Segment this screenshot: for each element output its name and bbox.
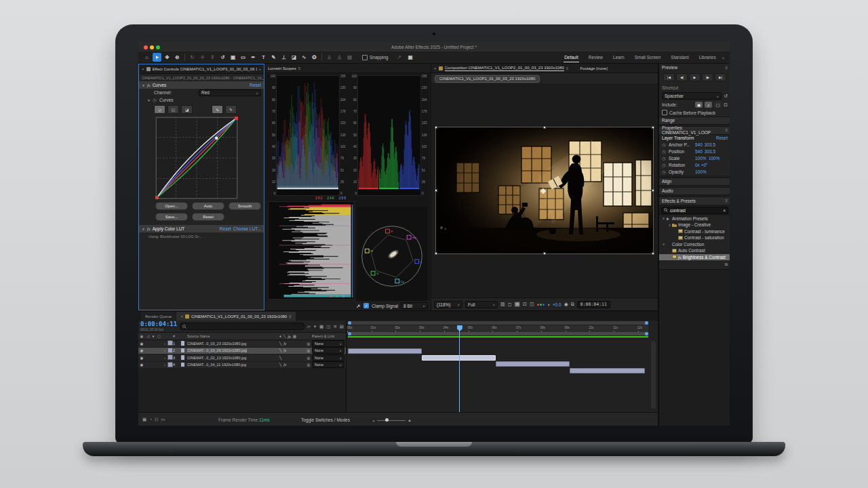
property-value[interactable]: 100% <box>695 169 707 174</box>
tree-item[interactable]: fx Color Correction <box>659 241 730 248</box>
histogram[interactable] <box>268 201 355 300</box>
timeline-zoom-slider[interactable]: ▲ ▲ <box>372 418 412 422</box>
property-value[interactable]: 540 <box>695 149 703 154</box>
lut-effect-row[interactable]: ▼ fx Apply Color LUT Reset Choose LUT... <box>139 225 264 232</box>
stopwatch-icon[interactable]: ◷ <box>662 149 667 155</box>
pickwhip-icon[interactable]: ◎ <box>305 356 312 360</box>
label-color-swatch[interactable] <box>167 348 173 353</box>
composition-tab[interactable]: Composition CINEMATIC1_V1_LOOP2_01_00_03… <box>445 66 564 71</box>
workspace-tab[interactable]: Learn <box>612 54 625 61</box>
render-queue-tab[interactable]: Render Queue <box>141 312 176 321</box>
tree-item[interactable]: fx Image - Creative <box>659 222 730 228</box>
tool-icon[interactable] <box>184 54 185 61</box>
home-icon[interactable]: ⌂ <box>142 53 151 62</box>
layer-name[interactable]: CINEMAT...0_04_11 1920x1080.jpg <box>187 363 279 367</box>
play-button[interactable]: ▶ <box>689 73 701 81</box>
lumetri-tabstrip[interactable]: Lumetri Scopes ≡ <box>265 64 431 73</box>
tree-item[interactable]: fx Contrast - saturation <box>659 235 730 241</box>
previous-frame-button[interactable]: ◀| <box>676 73 688 81</box>
rgb-overlay-waveform[interactable] <box>276 75 340 196</box>
render-progress-icon[interactable]: ◔ <box>149 417 152 422</box>
layer-handle[interactable] <box>435 126 437 129</box>
pen-tool-icon[interactable]: ✒ <box>249 53 258 62</box>
rotobrush-tool-icon[interactable]: ∿ <box>300 53 309 62</box>
include-video-icon[interactable]: ◉ <box>695 102 703 108</box>
time-navigator[interactable] <box>348 321 648 325</box>
timeline-scrollbar[interactable] <box>651 341 656 409</box>
navigator-start-handle[interactable] <box>348 321 351 325</box>
effects-presets-header[interactable]: Effects & Presets≡ <box>659 197 730 205</box>
curves-button[interactable]: Smooth <box>229 202 261 210</box>
curves-reset-link[interactable]: Reset <box>250 83 261 87</box>
layer-name[interactable]: CINEMAT...0_03_23 1920x1080.jpg <box>187 342 279 346</box>
expression-icon[interactable]: ⟨⟩ <box>155 417 158 422</box>
tool-icon[interactable] <box>321 54 322 61</box>
include-overlays-icon[interactable]: ▢ <box>714 102 722 108</box>
motion-blur-icon[interactable]: ≋ <box>333 324 336 329</box>
timeline-search-input[interactable] <box>180 323 304 330</box>
layer-name[interactable]: CINEMAT...0_02_13 1920x1080.jpg <box>187 356 279 360</box>
show-snapshot-icon[interactable]: ⧉ <box>571 302 574 307</box>
person-outline-tool-icon[interactable]: ♙ <box>335 53 344 62</box>
close-icon[interactable]: × <box>142 67 144 71</box>
property-value[interactable]: 0x +0° <box>695 163 708 167</box>
pan-camera-tool-icon[interactable]: ✛ <box>198 53 207 62</box>
collapse-caret-icon[interactable]: ▼ <box>142 83 145 87</box>
CINEMAT...0_02_13 1920x1080.jpg[interactable]: ◉ › 3 CINEMAT...0_02_13 1920x1080.jpg ╲f… <box>138 354 346 362</box>
tree-item[interactable]: fx Brightness & Contrast <box>659 254 730 261</box>
property-value[interactable]: 100% <box>695 156 707 161</box>
footage-tab[interactable]: Footage (none) <box>580 66 608 70</box>
exposure-icon[interactable]: ◑ <box>547 302 550 307</box>
tree-caret-icon[interactable] <box>661 242 666 246</box>
parent-dropdown[interactable]: None∨ <box>312 347 344 354</box>
panel-menu-icon[interactable]: ≡ <box>725 128 728 132</box>
magnification-dropdown[interactable]: (118%)∨ <box>434 301 462 308</box>
hand-tool-icon[interactable]: ✥ <box>163 53 172 62</box>
composition-timeline-tab[interactable]: × CINEMATIC1_V1_LOOP2_01_00_03_23 1920x1… <box>176 312 295 321</box>
zoom-knob[interactable] <box>385 418 389 422</box>
wrench-icon[interactable] <box>356 304 361 308</box>
curves-button[interactable]: Save... <box>155 213 188 221</box>
transform-reset-link[interactable]: Reset <box>716 136 728 140</box>
stopwatch-icon[interactable]: ◷ <box>662 169 667 175</box>
effect-controls-tabstrip[interactable]: × Effect Controls CINEMATIC1_V1_LOOP3_01… <box>139 64 264 74</box>
stamp-tool-icon[interactable]: ⊥ <box>279 53 288 62</box>
property-value[interactable]: 303.5 <box>705 149 715 154</box>
layer-handle[interactable] <box>435 252 437 255</box>
quality-switch-icon[interactable]: ╲ <box>279 348 281 352</box>
zoom-in-mountain-icon[interactable]: ▲ <box>408 418 412 422</box>
CINEMAT...0_04_11 1920x1080.jpg[interactable]: ◉ › 4 CINEMAT...0_04_11 1920x1080.jpg ╲f… <box>138 362 346 369</box>
frame-blending-icon[interactable]: ◫ <box>326 324 330 329</box>
eye-icon[interactable]: ◉ <box>138 342 145 346</box>
align-section[interactable]: Align <box>659 178 730 186</box>
quality-switch-icon[interactable]: ╲ <box>279 363 281 367</box>
expander-icon[interactable]: › <box>162 342 167 346</box>
navigator-end-handle[interactable] <box>645 321 648 325</box>
workspace-tab[interactable]: Standard <box>670 54 689 61</box>
snapping-checkbox[interactable] <box>362 55 368 60</box>
tree-caret-icon[interactable] <box>667 223 672 227</box>
quality-switch-icon[interactable]: ╲ <box>279 342 281 346</box>
zoom-out-mountain-icon[interactable]: ▲ <box>372 419 375 422</box>
comp-timecode[interactable]: 0:00:04:11 <box>577 301 610 308</box>
safe-margins-icon[interactable]: ▥ <box>500 302 505 307</box>
include-audio-icon[interactable]: ♪ <box>705 102 712 108</box>
collapse-caret-icon[interactable]: ▼ <box>142 227 145 231</box>
zoom-tool-icon[interactable]: ⊕ <box>173 53 182 62</box>
eye-icon[interactable]: ◉ <box>138 356 145 360</box>
range-section[interactable]: Range <box>659 117 730 125</box>
reset-preview-icon[interactable]: ↺ <box>724 94 728 99</box>
toggle-switches-button[interactable]: Toggle Switches / Modes <box>301 418 350 422</box>
tree-item[interactable]: fx Animation Presets <box>659 216 730 222</box>
source-name-header[interactable]: Source Name <box>187 334 279 338</box>
expander-icon[interactable]: › <box>162 356 167 360</box>
breadcrumb[interactable]: CINEMATIC1_V1_LOOP2_01_00_03_23 1920x108… <box>435 75 540 83</box>
data-flow-icon[interactable]: ▦ <box>142 417 146 422</box>
tree-caret-icon[interactable] <box>661 216 666 220</box>
eraser-tool-icon[interactable]: ◪ <box>290 53 298 62</box>
effects-search-input[interactable]: contrast × <box>661 207 728 214</box>
preview-panel-header[interactable]: Preview≡ <box>659 64 730 71</box>
layer-handle[interactable] <box>652 189 654 192</box>
rgb-parade-waveform[interactable] <box>357 75 421 196</box>
puppet-tool-icon[interactable]: ✪ <box>310 53 319 62</box>
